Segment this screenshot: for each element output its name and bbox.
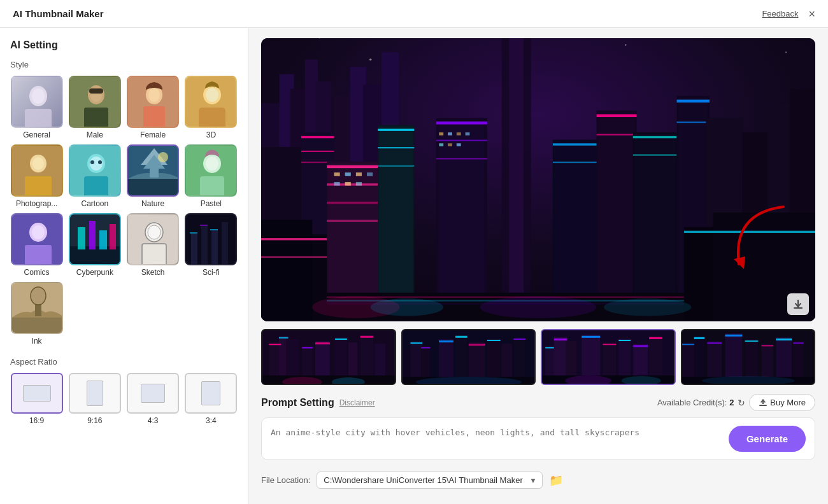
svg-rect-183: [455, 336, 468, 338]
aspect-item-4-3[interactable]: 4:3: [127, 373, 180, 425]
aspect-inner-16-9: [23, 385, 51, 402]
main-layout: AI Setting Style General: [0, 28, 828, 504]
svg-point-150: [480, 297, 596, 318]
style-item-cartoon[interactable]: Cartoon: [68, 144, 121, 208]
svg-rect-92: [327, 220, 385, 221]
aspect-ratio-grid: 16:9 9:16 4:3 3:4: [10, 373, 238, 425]
style-thumb-cartoon: [69, 144, 121, 197]
prompt-header: Prompt Setting Disclaimer Available Cred…: [261, 394, 815, 411]
style-item-sketch[interactable]: Sketch: [127, 213, 180, 277]
aspect-label-16-9: 16:9: [29, 416, 44, 425]
thumbnail-3[interactable]: [541, 329, 676, 385]
svg-point-36: [206, 157, 218, 171]
title-bar-actions: Feedback ×: [762, 8, 815, 20]
thumbnail-2[interactable]: [401, 329, 536, 385]
style-item-comics[interactable]: Comics: [10, 213, 63, 277]
style-label-general: General: [23, 130, 50, 139]
svg-rect-93: [334, 172, 339, 176]
svg-rect-218: [707, 342, 722, 344]
aspect-item-16-9[interactable]: 16:9: [10, 373, 63, 425]
file-location-label: File Location:: [261, 475, 310, 485]
style-item-scifi[interactable]: Sci-fi: [185, 213, 238, 277]
svg-rect-58: [210, 229, 218, 230]
generate-button[interactable]: Generate: [729, 426, 806, 452]
svg-rect-49: [142, 244, 166, 265]
svg-rect-146: [448, 143, 452, 146]
svg-rect-2: [25, 109, 52, 128]
disclaimer-link[interactable]: Disclaimer: [339, 398, 375, 407]
svg-rect-52: [191, 234, 197, 265]
file-location-select[interactable]: C:\Wondershare UniConverter 15\AI Thumbn…: [317, 472, 543, 489]
svg-rect-204: [618, 340, 631, 341]
style-item-photography[interactable]: Photograp...: [10, 144, 63, 208]
style-item-pastel[interactable]: Pastel: [185, 144, 238, 208]
svg-rect-57: [200, 225, 208, 226]
svg-rect-97: [334, 182, 339, 186]
buy-more-button[interactable]: Buy More: [749, 394, 815, 411]
prompt-section: Prompt Setting Disclaimer Available Cred…: [261, 394, 815, 494]
aspect-item-3-4[interactable]: 3:4: [185, 373, 238, 425]
svg-rect-102: [378, 129, 414, 130]
style-item-ink[interactable]: Ink: [10, 282, 63, 346]
svg-rect-108: [436, 140, 487, 141]
svg-point-3: [32, 88, 45, 104]
style-thumb-female: [127, 76, 179, 128]
svg-rect-177: [410, 342, 422, 344]
download-icon[interactable]: [787, 293, 809, 315]
main-image-area: [261, 38, 815, 385]
svg-rect-143: [457, 132, 461, 136]
svg-rect-162: [302, 347, 313, 348]
svg-rect-55: [222, 222, 228, 265]
style-label-cartoon: Cartoon: [82, 199, 109, 208]
thumbnail-1[interactable]: [261, 329, 396, 385]
style-item-female[interactable]: Female: [127, 76, 180, 139]
style-thumb-comics: [11, 213, 63, 265]
feedback-link[interactable]: Feedback: [762, 9, 798, 18]
svg-rect-190: [513, 339, 525, 340]
aspect-item-9-16[interactable]: 9:16: [68, 373, 121, 425]
svg-point-211: [622, 376, 661, 385]
style-item-3d[interactable]: 3D: [185, 76, 238, 139]
aspect-label-9-16: 9:16: [87, 416, 102, 425]
file-location-bar: File Location: C:\Wondershare UniConvert…: [261, 466, 815, 494]
prompt-title-group: Prompt Setting Disclaimer: [261, 397, 375, 409]
svg-rect-84: [301, 136, 334, 138]
aspect-box-16-9: [11, 373, 63, 414]
aspect-box-3-4: [185, 373, 237, 414]
svg-rect-147: [457, 143, 461, 146]
aspect-box-9-16: [69, 373, 121, 414]
close-button[interactable]: ×: [808, 8, 815, 20]
svg-rect-54: [211, 230, 218, 265]
title-bar: AI Thumbnail Maker Feedback ×: [0, 0, 828, 28]
svg-rect-115: [598, 112, 635, 321]
svg-rect-89: [327, 165, 385, 169]
folder-icon[interactable]: 📁: [549, 473, 563, 487]
aspect-label-4-3: 4:3: [148, 416, 159, 425]
svg-rect-43: [78, 227, 85, 249]
svg-rect-116: [597, 114, 637, 117]
refresh-icon[interactable]: ↻: [738, 398, 745, 408]
svg-rect-171: [262, 375, 395, 385]
style-item-male[interactable]: Male: [68, 76, 121, 139]
svg-rect-159: [269, 344, 281, 345]
svg-point-12: [148, 88, 160, 102]
svg-rect-224: [761, 345, 773, 346]
svg-rect-153: [797, 300, 799, 305]
style-label-3d: 3D: [206, 130, 216, 139]
style-item-nature[interactable]: Nature: [127, 144, 180, 208]
svg-rect-231: [759, 405, 767, 406]
prompt-textarea[interactable]: [271, 427, 722, 450]
svg-rect-160: [279, 337, 289, 339]
svg-rect-121: [633, 154, 677, 155]
svg-rect-181: [439, 340, 453, 342]
credits-value: 2: [729, 398, 734, 407]
thumbnail-4[interactable]: [681, 329, 816, 385]
svg-point-16: [206, 88, 218, 102]
style-item-cyberpunk[interactable]: Cyberpunk: [68, 213, 121, 277]
svg-rect-113: [553, 162, 600, 163]
svg-rect-226: [776, 339, 792, 340]
aspect-box-4-3: [127, 373, 179, 414]
style-item-general[interactable]: General: [10, 76, 63, 139]
svg-rect-144: [466, 132, 470, 136]
credits-label: Available Credit(s): 2: [657, 398, 734, 407]
